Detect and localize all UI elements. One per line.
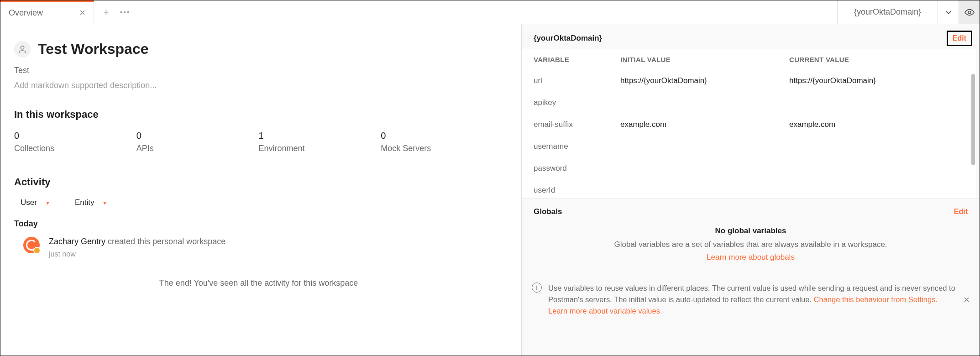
info-learn-link[interactable]: Learn more about variable values [548,307,660,315]
globals-learn-link[interactable]: Learn more about globals [540,253,961,262]
table-row: urlhttps://{yourOktaDomain}https://{your… [522,70,976,92]
var-current [789,164,964,173]
scrollbar[interactable] [971,74,975,165]
workspace-icon [14,41,31,58]
globals-edit-button[interactable]: Edit [954,208,968,216]
eye-icon [964,7,975,17]
info-change-link[interactable]: Change this behaviour from Settings. [814,295,938,304]
tab-label: Overview [9,8,43,18]
globals-title: Globals [534,207,562,216]
var-name: password [534,164,620,173]
var-name: url [534,76,620,85]
workspace-title: Test Workspace [38,41,148,58]
svg-point-0 [968,11,971,14]
table-row: password [522,157,976,179]
var-current: https://{yourOktaDomain} [789,76,964,85]
environment-quicklook-button[interactable] [959,0,980,24]
var-name: email-suffix [534,120,620,129]
avatar[interactable] [23,237,40,253]
table-row: username [522,136,976,157]
var-initial [620,98,789,107]
col-current: CURRENT VALUE [789,56,964,63]
tab-bar: Overview × + ••• {yourOktaDomain} [0,0,980,24]
workspace-description[interactable]: Add markdown supported description... [14,81,503,90]
environment-selector[interactable]: {yourOktaDomain} [837,0,938,24]
col-variable: VARIABLE [534,56,620,63]
chevron-down-icon: ▾ [103,199,106,206]
globals-empty-title: No global variables [540,226,961,236]
var-initial [620,164,789,173]
var-initial [620,186,789,195]
var-name: apikey [534,98,620,107]
variables-table: VARIABLE INITIAL VALUE CURRENT VALUE url… [522,49,976,199]
activity-time: just now [49,250,225,258]
var-current [789,186,964,195]
table-row: email-suffixexample.comexample.com [522,114,976,136]
more-tabs-icon[interactable]: ••• [120,8,131,16]
var-initial: example.com [620,120,789,129]
activity-text: created this personal workspace [105,237,225,246]
info-bar: i Use variables to reuse values in diffe… [522,276,980,325]
activity-end-message: The end! You've seen all the activity fo… [14,278,503,288]
tab-overview[interactable]: Overview × [0,0,94,24]
table-row: apikey [522,92,976,114]
stat-mock-servers[interactable]: 0 Mock Servers [381,131,503,153]
stat-collections[interactable]: 0 Collections [14,131,136,153]
chevron-down-icon [943,7,954,17]
workspace-subtitle: Test [14,66,503,75]
activity-heading: Activity [14,176,503,188]
filter-entity[interactable]: Entity ▾ [75,198,107,207]
info-close-icon[interactable]: × [964,292,970,307]
col-initial: INITIAL VALUE [620,56,789,63]
activity-group-today: Today [14,219,503,229]
table-row: userId [522,179,976,199]
chevron-down-icon: ▾ [46,199,49,206]
env-name: {yourOktaDomain} [534,34,602,43]
info-icon: i [532,283,542,293]
var-current: example.com [789,120,964,129]
var-name: username [534,142,620,151]
var-current [789,142,964,151]
var-initial [620,142,789,151]
new-tab-icon[interactable]: + [103,6,109,18]
stat-apis[interactable]: 0 APIs [136,131,259,153]
svg-point-1 [21,46,24,49]
close-icon[interactable]: × [79,7,85,19]
environment-quicklook-panel: {yourOktaDomain} Edit VARIABLE INITIAL V… [521,24,980,356]
var-initial: https://{yourOktaDomain} [620,76,789,85]
stat-environment[interactable]: 1 Environment [259,131,381,153]
globals-empty-text: Global variables are a set of variables … [540,240,961,249]
environment-label: {yourOktaDomain} [854,7,921,17]
var-current [789,98,964,107]
in-workspace-heading: In this workspace [14,109,503,120]
env-edit-button[interactable]: Edit [953,34,966,42]
var-name: userId [534,186,620,195]
overview-pane: Test Workspace Test Add markdown support… [0,24,521,356]
stats-row: 0 Collections 0 APIs 1 Environment 0 Moc… [14,131,503,153]
activity-item: Zachary Gentry created this personal wor… [14,237,503,258]
filter-user[interactable]: User ▾ [21,198,49,207]
activity-user[interactable]: Zachary Gentry [49,237,105,246]
environment-dropdown-button[interactable] [938,0,959,24]
